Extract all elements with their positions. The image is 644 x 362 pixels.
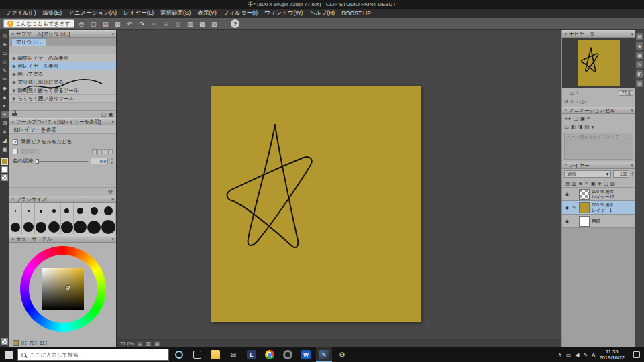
zoom-in-icon[interactable]: + bbox=[576, 90, 578, 96]
current-color-chip[interactable] bbox=[13, 340, 19, 346]
brush-size-option[interactable] bbox=[74, 203, 87, 219]
layer-thumbnail[interactable] bbox=[579, 216, 590, 227]
panel-menu-icon[interactable]: ▾ bbox=[111, 32, 114, 37]
zoom-slider-icon[interactable]: ▭ bbox=[569, 90, 574, 96]
layer-header[interactable]: ≡ レイヤー ▾ bbox=[562, 162, 635, 169]
visibility-eye-icon[interactable]: ◉ bbox=[564, 219, 570, 224]
more-icon[interactable]: ▾ bbox=[591, 124, 594, 130]
menu-window[interactable]: ウィンドウ(W) bbox=[261, 9, 306, 17]
brush-size-header[interactable]: ≡ ブラシサイズ ▾ bbox=[9, 196, 116, 203]
layer-row-paper[interactable]: ◉ 用紙 bbox=[562, 215, 635, 228]
brush-size-option[interactable] bbox=[48, 203, 61, 219]
stepper-icons[interactable]: ▴ ▾ bbox=[111, 158, 113, 164]
background-color-swatch[interactable] bbox=[1, 166, 8, 173]
foreground-color-swatch[interactable] bbox=[1, 158, 8, 165]
brush-size-option[interactable] bbox=[61, 219, 74, 235]
snap-ruler-icon[interactable]: ▥ bbox=[185, 19, 195, 29]
tab-fill[interactable]: 塗りつぶし bbox=[11, 38, 46, 46]
opacity-stepper[interactable]: ▴ ▾ bbox=[631, 171, 633, 178]
ime-indicator[interactable]: A bbox=[592, 352, 595, 358]
figure-tool[interactable]: ▣ bbox=[1, 145, 9, 153]
help-button[interactable]: ? bbox=[231, 19, 239, 28]
stepper-down-icon[interactable]: ▾ bbox=[35, 343, 37, 346]
prev-cel-icon[interactable]: ◂ bbox=[564, 115, 567, 121]
undo-icon[interactable]: ↶ bbox=[125, 19, 135, 29]
open-file-icon[interactable]: ▤ bbox=[101, 19, 111, 29]
stepper-down-icon[interactable]: ▾ bbox=[111, 161, 113, 164]
checkbox-unchecked-icon[interactable] bbox=[13, 149, 18, 154]
menu-layer[interactable]: レイヤー(L) bbox=[120, 9, 157, 17]
fill-tool[interactable]: ● bbox=[1, 111, 9, 118]
tool-property-header[interactable]: ≡ ツールプロパティ[他レイヤーを参照] ▾ bbox=[9, 118, 116, 125]
menu-file[interactable]: ファイル(F) bbox=[2, 9, 40, 17]
stepper-down-icon[interactable]: ▾ bbox=[46, 343, 48, 346]
layer-row-layer1[interactable]: ◉ ✎ 100 % 通常 レイヤー1 bbox=[562, 201, 635, 215]
subtool-item-paint-unfilled-area[interactable]: ◈ 塗り残し部分に塗る bbox=[9, 78, 116, 86]
visibility-eye-icon[interactable]: ◉ bbox=[564, 205, 570, 210]
brush-size-option[interactable] bbox=[22, 203, 35, 219]
visibility-eye-icon[interactable]: ◉ bbox=[564, 192, 570, 197]
saturation-value-square[interactable] bbox=[42, 268, 84, 310]
color-margin-option[interactable]: 色の誤差 0.0 ▴ ▾ bbox=[9, 156, 116, 166]
brush-tool[interactable]: ◆ bbox=[1, 84, 9, 92]
flip-horizontal-icon[interactable]: ◁ bbox=[577, 99, 581, 105]
airbrush-tool[interactable]: ▲ bbox=[1, 93, 9, 101]
snap-special-ruler-icon[interactable]: ▩ bbox=[197, 19, 207, 29]
selection-border-icon[interactable]: ▧ bbox=[173, 19, 183, 29]
mail-button[interactable]: ✉ bbox=[225, 347, 241, 362]
merge-down-icon[interactable]: ⊕ bbox=[578, 180, 582, 186]
layer-thumbnail[interactable] bbox=[579, 189, 590, 200]
pencil-tool[interactable]: ✏ bbox=[1, 76, 9, 83]
layer-opacity-value[interactable]: 100 bbox=[613, 170, 629, 178]
dock-tab-quick-access[interactable]: ▤ bbox=[636, 33, 643, 40]
brush-size-option[interactable] bbox=[35, 203, 48, 219]
brush-size-option[interactable] bbox=[22, 219, 35, 235]
clip-layer-icon[interactable]: ◈ bbox=[598, 180, 602, 186]
new-cel-icon[interactable]: ▢ bbox=[574, 115, 578, 121]
adjacent-pixel-option[interactable]: ✓ 隣接ピクセルをたどる bbox=[9, 137, 116, 147]
color-margin-value[interactable]: 0.0 bbox=[91, 158, 108, 164]
edit-layer-icon[interactable]: ✎ bbox=[584, 180, 588, 186]
menu-boostup[interactable]: BOOST UP bbox=[338, 10, 374, 17]
volume-icon[interactable]: ◀ bbox=[575, 352, 579, 358]
gap-size-segment[interactable] bbox=[92, 149, 97, 154]
cel-settings-icon[interactable]: ▣ bbox=[580, 115, 585, 121]
start-button[interactable] bbox=[2, 347, 15, 362]
lock-icon[interactable] bbox=[12, 113, 17, 116]
pen-settings-icon[interactable]: ✎ bbox=[583, 352, 588, 358]
menu-view[interactable]: 表示(V) bbox=[194, 9, 219, 17]
brush-size-option[interactable] bbox=[87, 203, 101, 219]
eraser-tool[interactable]: ◐ bbox=[1, 102, 9, 109]
stepper-down-icon[interactable]: ▾ bbox=[25, 343, 27, 346]
brush-size-option[interactable] bbox=[48, 219, 61, 235]
transparent-color-swatch[interactable] bbox=[1, 174, 8, 181]
action-center-icon[interactable] bbox=[633, 351, 640, 358]
rotate-reset-icon[interactable]: ▦ bbox=[154, 341, 160, 347]
stepper-down-icon[interactable]: ▾ bbox=[631, 174, 633, 178]
redo-icon[interactable]: ↷ bbox=[137, 19, 147, 29]
panel-menu-icon[interactable]: ▾ bbox=[111, 119, 114, 125]
brush-size-option[interactable] bbox=[9, 219, 22, 235]
word-button[interactable]: W bbox=[298, 347, 314, 362]
text-tool[interactable]: A bbox=[1, 128, 9, 135]
brush-size-option[interactable] bbox=[101, 203, 116, 219]
canvas-area[interactable]: 77.6% ▤ ▥ ▦ bbox=[117, 30, 561, 347]
layer-name[interactable]: レイヤー12 bbox=[592, 194, 614, 200]
eyedropper-tool[interactable]: ◢ bbox=[1, 137, 9, 144]
panel-menu-icon[interactable]: ▾ bbox=[111, 237, 114, 242]
layer-row-layer12[interactable]: ◉ 100 % 通常 レイヤー12 bbox=[562, 188, 635, 201]
new-layer-icon[interactable]: ▤ bbox=[565, 180, 570, 186]
invert-selection-icon[interactable]: ⊕ bbox=[161, 19, 171, 29]
color-margin-slider[interactable] bbox=[36, 161, 88, 162]
clip-studio-open-icon[interactable]: ◎ bbox=[76, 19, 87, 29]
color-cursor[interactable] bbox=[66, 286, 70, 290]
hsv-value-s[interactable]: 70 ▴▾ bbox=[29, 339, 36, 346]
subtool-item-refer-editing-layer[interactable]: ◈ 編集レイヤーのみ参照 bbox=[9, 54, 116, 62]
checkbox-checked-icon[interactable]: ✓ bbox=[13, 139, 18, 145]
panel-menu-icon[interactable]: ▾ bbox=[631, 108, 633, 113]
toolstrip-bottom-toggle[interactable] bbox=[1, 338, 8, 345]
file-explorer-button[interactable] bbox=[207, 347, 223, 362]
brush-size-option[interactable] bbox=[9, 203, 22, 219]
hsv-value-h[interactable]: 0 ▴▾ bbox=[21, 339, 26, 346]
new-folder-icon[interactable]: ▥ bbox=[572, 180, 576, 186]
